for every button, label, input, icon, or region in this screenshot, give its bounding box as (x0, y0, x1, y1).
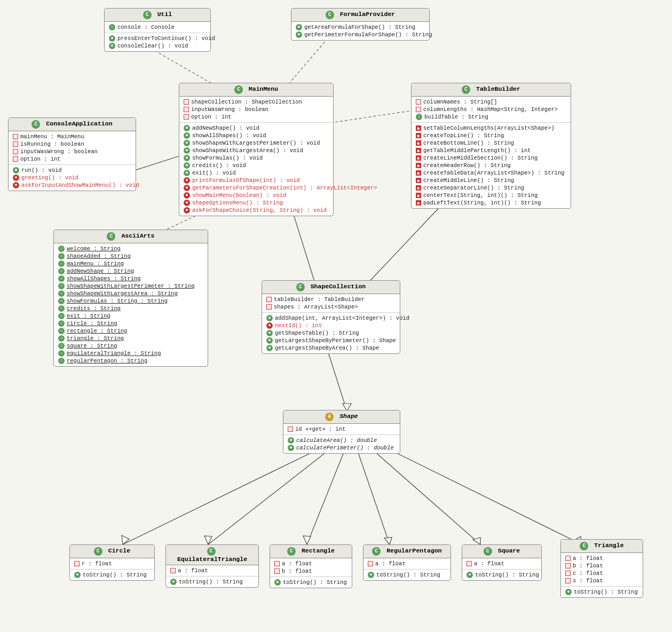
svg-marker-16 (303, 536, 311, 544)
vis-icon: ● (288, 445, 294, 451)
tb-fields: □ columnNames : String[] □ columnLengths… (412, 97, 571, 123)
vis-icon: □ (13, 149, 18, 154)
vis-icon: □ (467, 561, 472, 566)
svg-line-19 (371, 448, 480, 544)
circle-type-badge: C (94, 547, 102, 556)
vis-icon: ● (565, 589, 572, 595)
vis-icon: ● (13, 167, 19, 173)
item-text: showAllShapes() : void (192, 132, 266, 139)
item-text: rectangle : String (67, 328, 127, 334)
list-item: □ mainMenu : MainMenu (13, 133, 131, 140)
list-item: □ columnLengths : HashMap<String, Intege… (416, 106, 566, 113)
list-item: ○ square : String (58, 342, 203, 350)
et-name: EquilateralTriangle (177, 556, 247, 563)
sq-name: Square (498, 547, 520, 554)
rect-name: Rectangle (302, 547, 335, 554)
vis-icon: ○ (58, 350, 65, 357)
rp-name: RegularPentagon (386, 547, 442, 554)
list-item: ● showShapeWithLargestArea() : void (184, 147, 329, 154)
svg-line-21 (382, 446, 582, 544)
item-text: setTableColumnLengths(ArrayList<Shape>) (423, 125, 555, 131)
vis-icon: ○ (58, 343, 65, 349)
vis-icon: ● (368, 572, 374, 578)
rect-type-badge: C (287, 547, 296, 556)
list-item: □ a : float (274, 560, 347, 567)
item-text: toString() : String (376, 572, 440, 578)
vis-icon: □ (565, 556, 571, 561)
vis-icon: ○ (58, 260, 65, 267)
item-text: inputWasWrong : boolean (191, 106, 268, 113)
item-text: welcome : String (67, 246, 121, 252)
item-text: columnLengths : HashMap<String, Integer> (423, 106, 558, 113)
et-header: C EquilateralTriangle (166, 545, 258, 565)
list-item: ● toString() : String (467, 571, 537, 579)
vis-icon: ○ (58, 298, 65, 304)
item-text: r : float (82, 560, 112, 567)
circle-name: Circle (108, 547, 130, 554)
aa-fields: ○ welcome : String ○ shapeAdded : String… (54, 243, 208, 366)
sc-type-badge: C (296, 283, 305, 291)
vis-icon: ● (266, 337, 273, 344)
list-item: ● credits() : void (184, 162, 329, 169)
list-item: ■ createTopLine() : String (416, 132, 566, 139)
list-item: ● calculatePerimeter() : double (288, 444, 396, 452)
item-text: getLargestShapeByPerimeter() : Shape (275, 337, 396, 344)
list-item: ○ equilateralTriangle : String (58, 350, 203, 357)
shape-methods: ● calculateArea() : double ● calculatePe… (283, 435, 400, 453)
list-item: ● addNewShape() : void (184, 124, 329, 132)
util-header: C Util (105, 9, 210, 22)
svg-line-9 (326, 344, 347, 411)
vis-icon: ● (184, 185, 190, 191)
list-item: ○ exit : String (58, 312, 203, 320)
vis-icon: □ (266, 304, 272, 310)
list-item: □ b : float (274, 567, 347, 575)
vis-icon: ■ (416, 155, 421, 161)
item-text: a : float (474, 560, 504, 567)
util-fields: ○ console : Console (105, 22, 210, 33)
item-text: greeting() : void (21, 175, 78, 181)
vis-icon: ■ (416, 200, 421, 206)
list-item: ● toString() : String (274, 579, 347, 586)
circle-class: C Circle □ r : float ● toString() : Stri… (69, 544, 155, 581)
list-item: ■ createLineMiddleSection() : String (416, 154, 566, 162)
list-item: ○ rectangle : String (58, 327, 203, 335)
list-item: ● addShape(int, ArrayList<Integer>) : vo… (266, 314, 396, 322)
item-text: a : float (282, 560, 312, 567)
vis-icon: ○ (58, 283, 65, 289)
list-item: ○ addNewShape : String (58, 267, 203, 275)
vis-icon: □ (368, 561, 373, 566)
item-text: getPerimeterFormulaForShape() : String (304, 31, 432, 38)
item-text: shapeAdded : String (67, 253, 131, 259)
sc-fields: □ tableBuilder : TableBuilder □ shapes :… (262, 294, 400, 313)
list-item: ● run() : void (13, 167, 131, 174)
et-fields: □ a : float (166, 565, 258, 576)
item-text: regularPentagon : String (67, 358, 147, 364)
list-item: ● pressEnterToContinue() : void (109, 35, 206, 42)
item-text: createTableData(ArrayList<Shape>) : Stri… (423, 170, 565, 176)
item-text: getLargestShapeByArea() : Shape (275, 345, 379, 351)
sq-type-badge: C (484, 547, 492, 556)
et-type-badge: C (207, 547, 216, 556)
item-text: a : float (178, 567, 208, 574)
list-item: ● getShapesTable() : String (266, 329, 396, 337)
mm-type-badge: C (234, 85, 243, 94)
list-item: □ b : float (565, 562, 638, 570)
vis-icon: ● (13, 175, 19, 181)
vis-icon: ○ (58, 358, 65, 364)
fp-name: FormulaProvider (340, 11, 396, 18)
item-text: mainMenu : MainMenu (20, 133, 84, 140)
tb-type-badge: C (462, 85, 470, 94)
console-app-class: C ConsoleApplication □ mainMenu : MainMe… (8, 117, 136, 191)
fp-type-badge: C (326, 11, 334, 19)
item-text: nextId() : int (275, 322, 322, 329)
item-text: c : float (573, 570, 603, 576)
triangle-class: C Triangle □ a : float □ b : float □ c :… (560, 539, 643, 598)
vis-icon: □ (13, 156, 18, 162)
item-text: askForInputAndShowMainMenu() : void (21, 182, 139, 188)
shape-class: A Shape □ id «+get» : int ● calculateAre… (283, 410, 400, 454)
list-item: ● toString() : String (74, 571, 150, 579)
item-text: centerText(String, int)() : String (423, 192, 537, 199)
vis-icon: ■ (416, 133, 421, 138)
item-text: isRunning : boolean (20, 141, 84, 147)
vis-icon: ● (184, 162, 190, 169)
